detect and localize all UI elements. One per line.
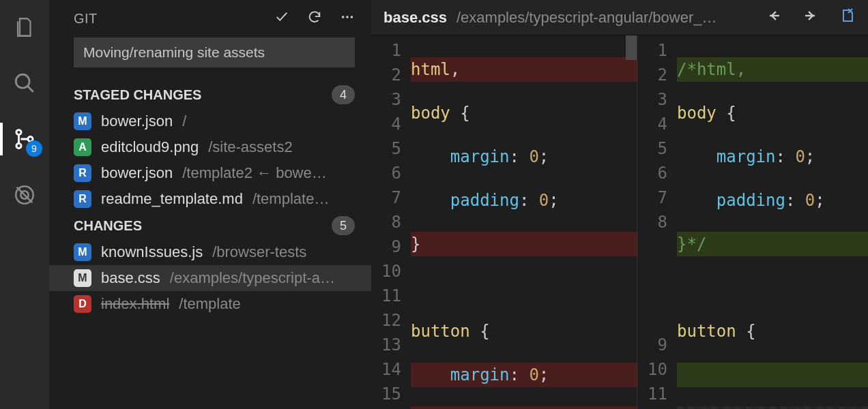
file-row[interactable]: Mbower.json/ bbox=[49, 108, 371, 134]
editor-tabbar: base.css /examples/typescript-angular/bo… bbox=[371, 0, 868, 35]
scm-title: GIT bbox=[74, 11, 98, 27]
file-name: knownIssues.js bbox=[101, 243, 203, 261]
svg-line-1 bbox=[27, 86, 33, 92]
status-chip: R bbox=[74, 164, 91, 182]
staged-count: 4 bbox=[332, 85, 355, 104]
status-chip: R bbox=[74, 190, 91, 208]
file-name: readme_template.md bbox=[101, 190, 243, 208]
file-path: /browser-tests bbox=[212, 243, 306, 261]
source-control-icon[interactable]: 9 bbox=[11, 125, 38, 153]
search-icon[interactable] bbox=[11, 70, 38, 97]
line-gutter-right: 123456789101112 bbox=[637, 35, 677, 409]
nav-back-icon[interactable] bbox=[766, 7, 782, 27]
file-path: /template… bbox=[252, 190, 330, 208]
open-file-icon[interactable] bbox=[839, 7, 856, 27]
diff-original[interactable]: 123456789101112131415 html, body { margi… bbox=[371, 35, 637, 409]
scrollbar[interactable] bbox=[626, 35, 637, 60]
explorer-icon[interactable] bbox=[11, 14, 38, 41]
file-name: base.css bbox=[101, 269, 160, 287]
code-right[interactable]: /*html, body { margin: 0; padding: 0; }*… bbox=[677, 35, 868, 409]
commit-icon[interactable] bbox=[274, 10, 289, 28]
svg-point-9 bbox=[351, 16, 353, 18]
code-left[interactable]: html, body { margin: 0; padding: 0; } bu… bbox=[411, 35, 637, 409]
activity-bar: 9 bbox=[0, 0, 49, 409]
file-path: /template bbox=[179, 295, 241, 313]
debug-icon[interactable] bbox=[11, 181, 38, 209]
scm-badge: 9 bbox=[26, 140, 42, 157]
staged-label: STAGED CHANGES bbox=[74, 87, 201, 103]
file-row[interactable]: Dindex.html/template bbox=[49, 291, 371, 317]
tab-path: /examples/typescript-angular/bower_… bbox=[457, 9, 756, 27]
file-row[interactable]: MknownIssues.js/browser-tests bbox=[49, 239, 371, 265]
file-row[interactable]: Rbower.json/template2 ← bowe… bbox=[49, 160, 371, 186]
svg-point-0 bbox=[16, 74, 29, 88]
line-gutter-left: 123456789101112131415 bbox=[371, 35, 411, 409]
commit-message-input[interactable]: Moving/renaming site assets bbox=[74, 37, 355, 67]
svg-point-2 bbox=[16, 130, 21, 135]
changes-count: 5 bbox=[332, 216, 355, 235]
refresh-icon[interactable] bbox=[307, 10, 322, 28]
file-name: bower.json bbox=[101, 112, 173, 130]
more-icon[interactable] bbox=[340, 10, 355, 28]
file-path: /template2 ← bowe… bbox=[182, 164, 327, 182]
status-chip: M bbox=[74, 112, 91, 130]
nav-forward-icon[interactable] bbox=[802, 7, 819, 27]
svg-point-8 bbox=[346, 16, 349, 18]
changes-label: CHANGES bbox=[74, 218, 142, 234]
status-chip: M bbox=[74, 269, 91, 287]
file-path: /examples/typescript-a… bbox=[170, 269, 335, 287]
tab-title[interactable]: base.css bbox=[384, 9, 447, 27]
diff-modified[interactable]: 123456789101112 /*html, body { margin: 0… bbox=[637, 35, 868, 409]
file-name: editcloud9.png bbox=[101, 138, 199, 156]
file-path: / bbox=[182, 112, 186, 130]
file-name: bower.json bbox=[101, 164, 173, 182]
changes-header[interactable]: CHANGES 5 bbox=[49, 212, 371, 239]
status-chip: M bbox=[74, 243, 91, 261]
file-row[interactable]: Mbase.css/examples/typescript-a… bbox=[49, 265, 371, 291]
staged-changes-header[interactable]: STAGED CHANGES 4 bbox=[49, 81, 371, 108]
status-chip: A bbox=[74, 138, 91, 156]
file-row[interactable]: Rreadme_template.md/template… bbox=[49, 186, 371, 212]
diff-editor[interactable]: 123456789101112131415 html, body { margi… bbox=[371, 35, 868, 409]
file-row[interactable]: Aeditcloud9.png/site-assets2 bbox=[49, 134, 371, 160]
scm-panel: GIT Moving/renaming site assets STAGED C… bbox=[49, 0, 371, 409]
file-path: /site-assets2 bbox=[208, 138, 293, 156]
svg-point-3 bbox=[16, 143, 21, 148]
status-chip: D bbox=[74, 295, 91, 313]
editor: base.css /examples/typescript-angular/bo… bbox=[371, 0, 868, 409]
file-name: index.html bbox=[101, 295, 169, 313]
svg-point-7 bbox=[342, 16, 345, 18]
